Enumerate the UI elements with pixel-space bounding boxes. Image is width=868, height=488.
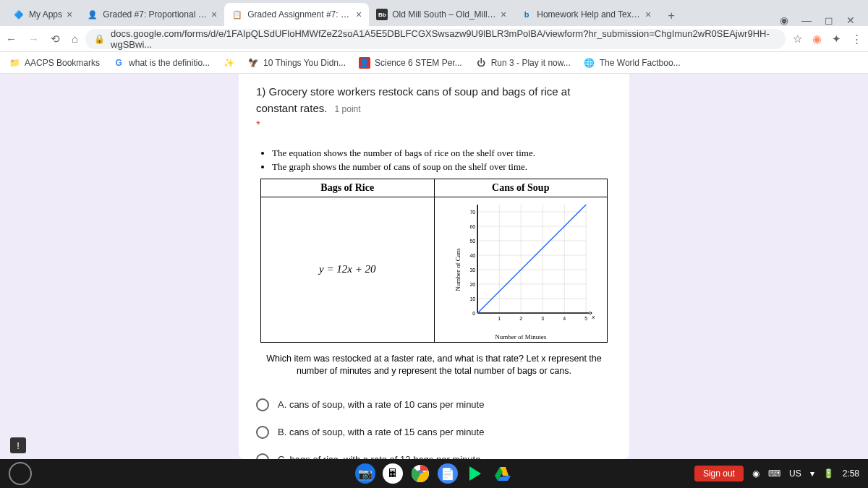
close-icon[interactable]: × [211, 9, 217, 20]
tab-graded-7[interactable]: 👤 Graded #7: Proportional and n × [80, 3, 224, 26]
bookmark-science-6[interactable]: 👤Science 6 STEM Per... [359, 57, 462, 69]
chromeos-shelf: 📷 🖩 📄 Sign out ◉ ⌨ US ▾ 🔋 2:58 [0, 459, 868, 488]
svg-text:x: x [591, 314, 595, 320]
figure-header-soup: Cans of Soup [435, 179, 608, 197]
tab-old-mill[interactable]: Bb Old Mill South – Old_Mill_Sout × [369, 3, 514, 26]
question-prompt: The equation shows the number of bags of… [256, 146, 612, 343]
address-bar[interactable]: 🔒 docs.google.com/forms/d/e/1FAIpQLSdUFl… [85, 29, 786, 49]
tab-homework-help[interactable]: b Homework Help and Textbook × [514, 3, 658, 26]
bookmark-label: The World Factboo... [600, 58, 681, 68]
wifi-icon[interactable]: ▾ [810, 468, 814, 479]
svg-text:40: 40 [469, 253, 475, 258]
radio-icon[interactable] [256, 398, 269, 411]
svg-text:3: 3 [541, 316, 544, 321]
svg-text:60: 60 [469, 224, 475, 229]
shelf-apps: 📷 🖩 📄 [355, 463, 513, 484]
reload-icon[interactable]: ⟲ [51, 33, 60, 46]
figure-header-rice: Bags of Rice [261, 179, 434, 197]
radio-icon[interactable] [256, 453, 269, 460]
drive-app-icon[interactable] [493, 463, 513, 484]
sub-question: Which item was restocked at a faster rat… [256, 353, 612, 378]
svg-text:0: 0 [472, 311, 475, 316]
option-label: A. cans of soup, with a rate of 10 cans … [278, 399, 484, 410]
notification-badge[interactable]: ! [10, 437, 26, 453]
tab-title: Old Mill South – Old_Mill_Sout [392, 9, 496, 20]
new-tab-button[interactable]: + [661, 6, 681, 26]
chart-xlabel: Number of Minutes [495, 333, 546, 341]
question-points: 1 point [335, 104, 361, 114]
forward-icon[interactable]: → [28, 33, 39, 46]
bookmark-aacps[interactable]: 📁AACPS Bookmarks [9, 57, 100, 69]
tab-my-apps[interactable]: 🔷 My Apps × [6, 3, 80, 26]
bookmark-label: Science 6 STEM Per... [375, 58, 462, 68]
site-info-icon[interactable]: 🔒 [94, 34, 105, 44]
svg-text:30: 30 [469, 267, 475, 273]
close-window-icon[interactable]: ✕ [846, 14, 855, 26]
camera-app-icon[interactable]: 📷 [355, 463, 375, 484]
svg-text:5: 5 [584, 316, 587, 321]
bookmark-label: what is the definitio... [129, 58, 210, 68]
extension-screencastify-icon[interactable]: ◉ [812, 33, 822, 46]
tab-title: Homework Help and Textbook [537, 9, 641, 20]
option-a[interactable]: A. cans of soup, with a rate of 10 cans … [256, 391, 612, 419]
browser-tab-strip: 🔷 My Apps × 👤 Graded #7: Proportional an… [0, 0, 868, 26]
back-icon[interactable]: ← [6, 33, 17, 46]
menu-icon[interactable]: ⋮ [851, 33, 862, 46]
svg-text:4: 4 [563, 316, 566, 321]
locale-label[interactable]: US [789, 468, 801, 479]
chart-svg: y x 010203040506070 12345 [456, 205, 600, 328]
question-number: 1) [256, 85, 265, 98]
keyboard-icon[interactable]: ⌨ [768, 468, 780, 479]
favicon: 🔷 [13, 9, 25, 20]
equation: y = 12x + 20 [261, 197, 434, 342]
browser-toolbar: ← → ⟲ ⌂ 🔒 docs.google.com/forms/d/e/1FAI… [0, 26, 868, 52]
tab-title: Graded Assignment #7: Propo [247, 9, 352, 20]
bookmark-icon: 🦅 [247, 57, 259, 69]
bookmark-google-search[interactable]: Gwhat is the definitio... [113, 57, 210, 69]
chart: Number of Cans Number of Minutes y [435, 197, 608, 342]
docs-app-icon[interactable]: 📄 [438, 463, 458, 484]
maximize-icon[interactable]: ◻ [825, 14, 833, 26]
close-icon[interactable]: × [501, 9, 506, 20]
bookmark-star-icon[interactable]: ☆ [793, 33, 802, 46]
sign-out-button[interactable]: Sign out [694, 466, 744, 481]
bookmark-world-factbook[interactable]: 🌐The World Factboo... [584, 57, 681, 69]
close-icon[interactable]: × [645, 9, 651, 20]
accessibility-icon[interactable]: ◉ [752, 468, 760, 479]
bookmarks-bar: 📁AACPS Bookmarks Gwhat is the definitio.… [0, 52, 868, 74]
url-text: docs.google.com/forms/d/e/1FAIpQLSdUFloH… [111, 28, 777, 50]
tab-title: Graded #7: Proportional and n [103, 9, 207, 20]
svg-text:70: 70 [469, 210, 475, 215]
radio-icon[interactable] [256, 426, 269, 439]
forms-icon: 📋 [231, 9, 243, 20]
question-title: 1) Grocery store workers restock cans of… [256, 84, 612, 133]
svg-text:1: 1 [498, 316, 501, 321]
question-figure: Bags of Rice y = 12x + 20 Cans of Soup N… [260, 179, 608, 343]
launcher-button[interactable] [9, 462, 32, 485]
svg-line-29 [477, 205, 586, 313]
close-icon[interactable]: × [67, 9, 72, 20]
extensions-icon[interactable]: ✦ [832, 33, 841, 46]
chrome-app-icon[interactable] [410, 463, 430, 484]
bookmark-label: 10 Things You Didn... [263, 58, 346, 68]
bookmark-icon: ✨ [223, 57, 234, 69]
option-c[interactable]: C. bags of rice, with a rate of 12 bags … [256, 446, 612, 460]
play-app-icon[interactable] [465, 463, 485, 484]
bookmark-run-3[interactable]: ⏻Run 3 - Play it now... [475, 57, 571, 69]
svg-text:20: 20 [469, 282, 475, 287]
bookmark-10-things[interactable]: 🦅10 Things You Didn... [247, 57, 346, 69]
battery-icon[interactable]: 🔋 [823, 468, 834, 479]
home-icon[interactable]: ⌂ [72, 33, 78, 46]
tab-graded-assignment-7[interactable]: 📋 Graded Assignment #7: Propo × [224, 3, 369, 26]
minimize-icon[interactable]: — [801, 14, 812, 26]
clock[interactable]: 2:58 [843, 468, 859, 479]
cast-icon[interactable]: ◉ [780, 14, 788, 26]
bookmark-item[interactable]: ✨ [223, 57, 234, 69]
option-b[interactable]: B. cans of soup, with a rate of 15 cans … [256, 419, 612, 446]
bookmark-label: AACPS Bookmarks [25, 58, 100, 68]
svg-text:2: 2 [519, 316, 522, 321]
calculator-app-icon[interactable]: 🖩 [383, 463, 403, 484]
folder-icon: 📁 [9, 57, 20, 69]
tab-title: My Apps [29, 9, 62, 20]
close-icon[interactable]: × [356, 9, 362, 20]
